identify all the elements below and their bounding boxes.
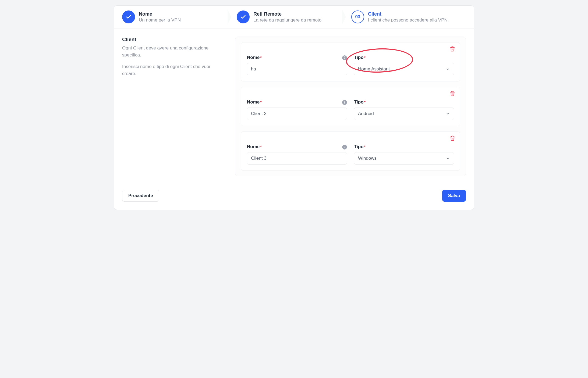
step-client[interactable]: 03 Client I client che possono accedere … [351,10,466,23]
trash-icon [450,135,455,141]
delete-button[interactable] [450,135,455,142]
previous-button[interactable]: Precedente [122,190,159,202]
step-title: Nome [139,11,181,17]
client-name-input[interactable] [247,152,347,165]
content: Client Ogni Client deve avere una config… [114,28,474,184]
client-type-select[interactable]: Android [354,108,454,120]
nome-label: Nome* [247,55,347,60]
client-card: Nome* ? Tipo* Home Assistant [241,42,460,81]
client-name-input[interactable] [247,108,347,120]
section-title: Client [122,37,224,42]
client-card: Nome* ? Tipo* Windows [241,131,460,171]
footer: Precedente Salva [114,184,474,210]
sidebar: Client Ogni Client deve avere una config… [122,37,224,176]
help-icon[interactable]: ? [342,145,347,149]
tipo-label: Tipo* [354,99,454,105]
tipo-label: Tipo* [354,144,454,149]
delete-button[interactable] [450,91,455,97]
step-title: Client [368,11,449,17]
step-reti-remote[interactable]: Reti Remote La rete da raggiungere da re… [237,10,351,23]
step-desc: La rete da raggiungere da remoto [253,17,321,23]
delete-button[interactable] [450,46,455,53]
nome-label: Nome* [247,144,347,149]
wizard-container: Nome Un nome per la VPN Reti Remote La r… [114,5,474,210]
trash-icon [450,91,455,96]
section-desc-2: Inserisci nome e tipo di ogni Client che… [122,63,224,77]
help-icon[interactable]: ? [342,55,347,60]
step-desc: Un nome per la VPN [139,17,181,23]
check-icon [122,10,135,23]
check-icon [237,10,250,23]
tipo-label: Tipo* [354,55,454,60]
clients-panel: Nome* ? Tipo* Home Assistant [235,37,466,176]
save-button[interactable]: Salva [442,190,466,202]
client-name-input[interactable] [247,63,347,75]
client-type-select[interactable]: Windows [354,152,454,165]
step-nome[interactable]: Nome Un nome per la VPN [122,10,237,23]
step-desc: I client che possono accedere alla VPN. [368,17,449,23]
help-icon[interactable]: ? [342,100,347,105]
wizard-steps: Nome Un nome per la VPN Reti Remote La r… [114,6,474,28]
client-type-select[interactable]: Home Assistant [354,63,454,75]
nome-label: Nome* [247,99,347,105]
step-number-icon: 03 [351,10,364,23]
client-card: Nome* ? Tipo* Android [241,87,460,126]
trash-icon [450,46,455,52]
step-title: Reti Remote [253,11,321,17]
section-desc-1: Ogni Client deve avere una configurazion… [122,45,224,58]
